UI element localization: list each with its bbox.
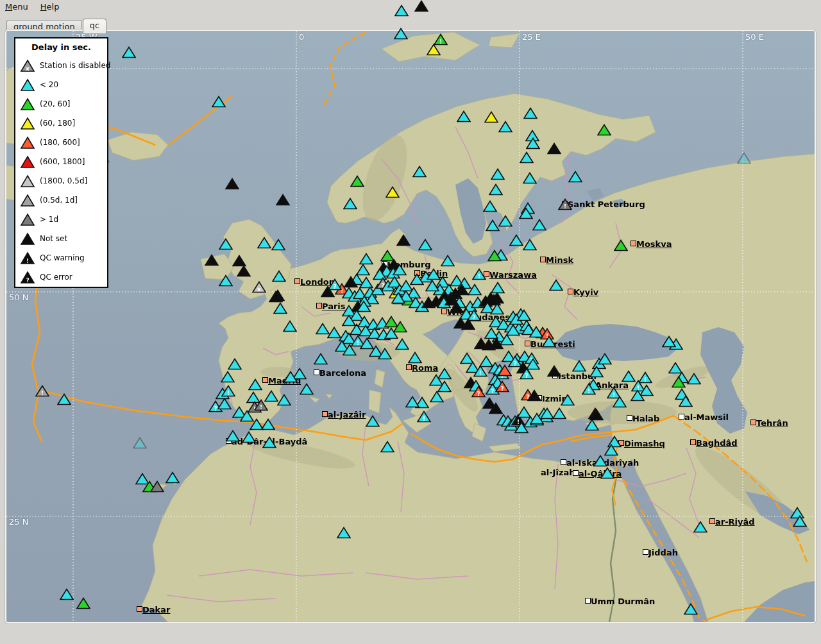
legend-triangle-icon	[20, 174, 35, 188]
legend-triangle-icon: x	[20, 59, 35, 72]
help-button[interactable]: Help	[40, 2, 60, 12]
legend-triangle-icon	[20, 155, 35, 169]
legend-item: (60, 180]	[20, 115, 105, 132]
map-frame	[5, 30, 816, 623]
legend-item-label: (60, 180]	[40, 119, 75, 128]
legend-item-label: Not set	[40, 234, 67, 243]
legend-triangle-icon	[20, 117, 35, 130]
legend-triangle-icon	[20, 136, 35, 149]
legend-item: < 20	[20, 77, 105, 94]
legend-item-label: (1800, 0.5d]	[40, 176, 87, 185]
legend-title: Delay in sec.	[15, 42, 107, 52]
legend-item-label: QC error	[40, 273, 72, 282]
tab-qc[interactable]: qc	[83, 19, 106, 33]
legend-item: !QC warning	[20, 250, 105, 267]
legend-item-label: (180, 600]	[40, 138, 80, 147]
legend-item-label: Station is disabled	[40, 61, 110, 70]
legend-item: xStation is disabled	[20, 58, 105, 74]
status-bar	[0, 623, 821, 644]
legend-triangle-icon: ?	[20, 271, 35, 284]
svg-text:?: ?	[26, 277, 29, 284]
legend-item-label: (20, 60]	[40, 99, 71, 108]
svg-text:x: x	[26, 65, 30, 72]
legend-triangle-icon	[20, 97, 35, 111]
legend-item-label: QC warning	[40, 253, 85, 262]
legend-item: Not set	[20, 231, 105, 248]
legend-item: (180, 600]	[20, 135, 105, 151]
legend-item: (20, 60]	[20, 96, 105, 113]
legend-item-label: (600, 1800]	[40, 157, 85, 166]
legend-triangle-icon	[20, 194, 35, 207]
menu-button[interactable]: Menu	[5, 2, 28, 12]
svg-text:!: !	[26, 258, 29, 264]
legend-triangle-icon: !	[20, 251, 35, 265]
legend-item: (600, 1800]	[20, 154, 105, 171]
legend-item: (1800, 0.5d]	[20, 173, 105, 190]
legend-triangle-icon	[20, 213, 35, 226]
legend-item-label: > 1d	[40, 215, 58, 224]
legend-item-label: < 20	[40, 80, 58, 89]
legend-item: (0.5d, 1d]	[20, 192, 105, 209]
menu-bar: Menu Help	[0, 0, 821, 14]
legend-item: ?QC error	[20, 269, 105, 286]
map-canvas[interactable]	[6, 31, 815, 622]
map-image	[6, 31, 815, 622]
legend-triangle-icon	[20, 232, 35, 246]
legend-item-label: (0.5d, 1d]	[40, 196, 78, 205]
legend-item: > 1d	[20, 212, 105, 228]
delay-legend: Delay in sec. xStation is disabled< 20(2…	[14, 37, 108, 288]
legend-triangle-icon	[20, 78, 35, 92]
